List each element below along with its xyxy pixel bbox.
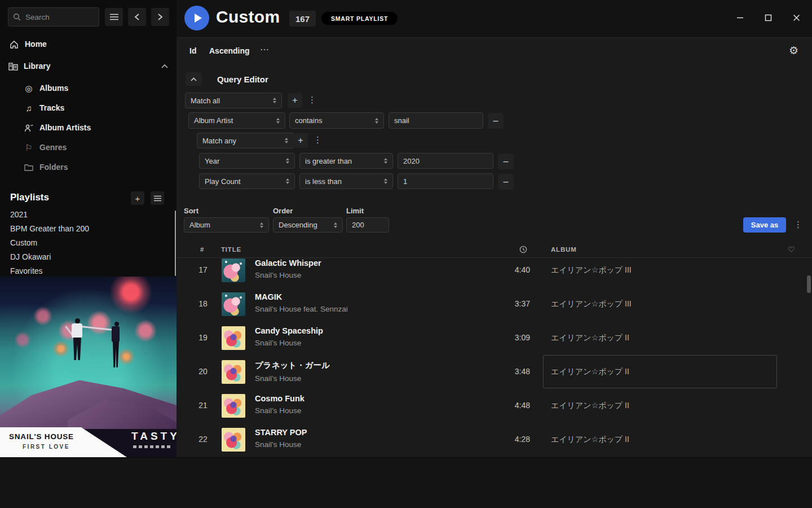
- track-album: エイリアン☆ポップ III: [551, 299, 632, 309]
- track-number: 19: [196, 333, 210, 342]
- table-row[interactable]: 17 Galactic WhisperSnail’s House 4:40 エイ…: [176, 258, 812, 287]
- condition-field-select[interactable]: Year: [199, 153, 295, 169]
- add-condition-button[interactable]: +: [288, 93, 302, 108]
- sidebar-item-folders[interactable]: Folders: [24, 161, 68, 173]
- sidebar-item-label: Library: [24, 62, 50, 71]
- condition-value-input[interactable]: [389, 112, 483, 129]
- condition-field-select[interactable]: Album Artist: [188, 112, 285, 129]
- track-title: Candy Spaceship: [255, 326, 323, 335]
- playlist-item[interactable]: BPM Greater than 200: [10, 224, 89, 234]
- sidebar-item-label: Albums: [39, 84, 68, 93]
- sidebar-scrollbar[interactable]: [175, 211, 176, 276]
- sidebar-item-home[interactable]: Home: [9, 38, 47, 50]
- track-number: 20: [196, 367, 210, 376]
- table-row[interactable]: 21 Cosmo FunkSnail’s House 4:48 エイリアン☆ポッ…: [176, 389, 812, 423]
- spinner-icon: [286, 178, 289, 184]
- artwork-artist-text: SNAIL'S HOUSE: [9, 432, 74, 441]
- artist-icon: [24, 124, 34, 132]
- artwork-label-subtext: [133, 445, 173, 448]
- search-input[interactable]: [24, 12, 94, 22]
- track-artist: Snail’s House: [255, 271, 321, 279]
- album-art-thumb: [222, 326, 245, 350]
- track-title: STARRY POP: [255, 428, 307, 437]
- sidebar-item-label: Album Artists: [39, 123, 91, 132]
- playlist-item[interactable]: Favorites: [10, 266, 43, 277]
- playlist-item[interactable]: Custom: [10, 238, 37, 248]
- sidebar-item-library[interactable]: Library: [8, 60, 168, 72]
- select-value: is less than: [305, 177, 342, 186]
- condition-value-input[interactable]: [398, 153, 493, 169]
- group-options-icon[interactable]: ⋮: [314, 135, 322, 145]
- sidebar-item-album-artists[interactable]: Album Artists: [24, 121, 91, 134]
- sort-field-button[interactable]: Id: [189, 46, 196, 55]
- duration-clock-icon[interactable]: [519, 246, 527, 253]
- condition-value-input[interactable]: [398, 173, 493, 189]
- favorite-heart-icon[interactable]: ♡: [788, 245, 795, 254]
- chevron-up-icon[interactable]: [161, 64, 168, 68]
- match-group-select[interactable]: Match all: [185, 93, 282, 108]
- spinner-icon: [273, 98, 276, 103]
- remove-condition-button[interactable]: –: [498, 154, 514, 169]
- list-icon: [154, 195, 161, 202]
- table-row[interactable]: 22 STARRY POPSnail’s House 4:28 エイリアン☆ポッ…: [176, 423, 812, 457]
- add-playlist-button[interactable]: +: [131, 191, 144, 205]
- condition-operator-select[interactable]: is greater than: [299, 153, 393, 169]
- menu-button[interactable]: [105, 8, 123, 26]
- condition-field-select[interactable]: Play Count: [199, 173, 295, 189]
- now-playing-artwork: TASTY SNAIL'S HOUSE FIRST LOVE: [0, 277, 176, 457]
- playlist-item[interactable]: 2021: [10, 210, 28, 220]
- column-title[interactable]: TITLE: [221, 246, 241, 253]
- chevron-left-icon: [134, 14, 140, 20]
- save-as-button[interactable]: Save as: [743, 217, 786, 233]
- add-condition-button[interactable]: +: [293, 133, 308, 148]
- home-icon: [9, 40, 19, 49]
- playlist-item[interactable]: DJ Okawari: [10, 252, 51, 262]
- sort-direction-button[interactable]: Ascending: [209, 46, 250, 55]
- table-row[interactable]: 18 MAGIKSnail’s House feat. Sennzai 3:37…: [176, 287, 812, 321]
- track-title: プラネット・ガール: [255, 360, 330, 371]
- nav-forward-button[interactable]: [151, 8, 169, 26]
- table-row[interactable]: 20 プラネット・ガールSnail’s House 3:48 エイリアン☆ポップ…: [176, 355, 812, 389]
- track-album: エイリアン☆ポップ II: [551, 333, 629, 343]
- sidebar-item-label: Tracks: [39, 103, 64, 112]
- playlist-list-button[interactable]: [151, 191, 164, 205]
- close-button[interactable]: [788, 10, 804, 25]
- select-value: contains: [295, 116, 322, 125]
- match-group-select[interactable]: Match any: [197, 133, 294, 148]
- group-options-icon[interactable]: ⋮: [308, 95, 316, 105]
- table-scrollbar[interactable]: [807, 275, 811, 293]
- condition-operator-select[interactable]: is less than: [299, 173, 393, 189]
- collapse-query-editor-button[interactable]: [186, 72, 202, 86]
- condition-operator-select[interactable]: contains: [289, 112, 384, 129]
- playlist-header: Custom 167 SMART PLAYLIST: [176, 0, 812, 38]
- maximize-button[interactable]: [760, 10, 776, 25]
- track-number: 18: [196, 299, 210, 308]
- search-box[interactable]: [8, 7, 99, 27]
- nav-back-button[interactable]: [128, 8, 146, 26]
- play-playlist-button[interactable]: [184, 6, 209, 30]
- artwork-album-text: FIRST LOVE: [23, 444, 70, 450]
- sidebar-item-albums[interactable]: ◎ Albums: [24, 82, 68, 94]
- minimize-button[interactable]: [732, 10, 748, 25]
- column-album[interactable]: ALBUM: [551, 246, 577, 253]
- gear-icon[interactable]: ⚙: [789, 44, 798, 57]
- sidebar-item-genres[interactable]: ⚐ Genres: [24, 141, 67, 154]
- table-row[interactable]: 19 Candy SpaceshipSnail’s House 3:09 エイリ…: [176, 321, 812, 355]
- track-title: MAGIK: [255, 292, 348, 301]
- column-number[interactable]: #: [200, 246, 204, 253]
- remove-condition-button[interactable]: –: [488, 113, 504, 129]
- sidebar-item-tracks[interactable]: ♫ Tracks: [24, 102, 64, 114]
- plus-icon: +: [135, 194, 140, 203]
- query-editor-title: Query Editor: [217, 75, 268, 84]
- save-options-icon[interactable]: ⋮: [794, 220, 802, 230]
- track-title: Galactic Whisper: [255, 259, 321, 268]
- sort-select[interactable]: Album: [184, 217, 269, 233]
- order-select[interactable]: Descending: [273, 217, 343, 233]
- limit-input[interactable]: [346, 217, 389, 233]
- spinner-icon: [286, 158, 289, 164]
- album-art-thumb: [222, 292, 245, 316]
- track-title: Cosmo Funk: [255, 394, 304, 403]
- artwork-detail: [112, 326, 120, 342]
- more-options-icon[interactable]: ⋯: [260, 44, 270, 55]
- remove-condition-button[interactable]: –: [498, 174, 514, 190]
